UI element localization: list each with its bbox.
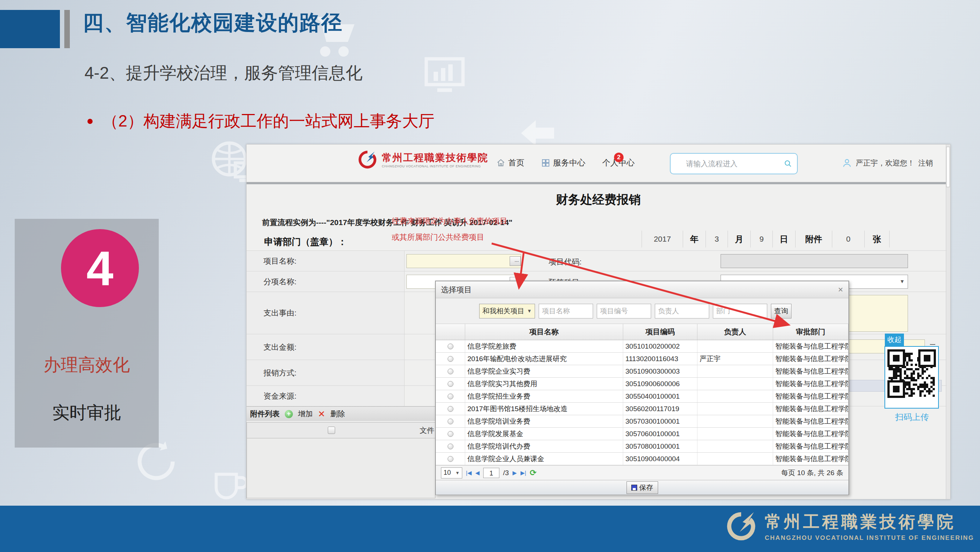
row-project-name: 信息学院差旅费 [465,340,623,352]
process-search-box[interactable] [670,153,798,174]
table-row: 信息学院发展基金30570600100001智能装备与信息工程学院 [436,428,848,440]
row-dept: 智能装备与信息工程学院 [773,403,848,415]
table-row: 信息学院培训业务费30570300100001智能装备与信息工程学院 [436,415,848,428]
prev-page-button[interactable]: ◀ [475,470,479,476]
notification-badge[interactable]: 2 [614,153,624,162]
project-name-input[interactable] [406,254,521,268]
chevron-down-icon: ▼ [455,471,460,475]
filter-scope-select[interactable]: 和我相关项目 ▼ [479,304,535,319]
row-radio-cell [436,440,465,452]
project-table-header: 项目名称 项目编码 负责人 审批部门 [436,324,848,340]
query-button[interactable]: 查询 [771,304,792,319]
filter-project-code-input[interactable] [597,304,651,319]
table-row: 信息学院企业实习费30510900300003智能装备与信息工程学院 [436,365,848,378]
footer-logo: 常州工程職業技術學院 CHANGZHOU VOCATIONAL INSTITUT… [724,509,974,543]
row-owner [697,390,773,402]
row-radio[interactable] [447,369,453,374]
search-icon[interactable] [784,158,792,169]
page-total-label: /3 [503,469,509,477]
row-project-code: 30550400100001 [623,390,697,402]
dept-column-header: 审批部门 [773,324,848,340]
row-project-code: 30510900600006 [623,378,697,390]
row-radio-cell [436,378,465,390]
row-radio[interactable] [447,394,453,399]
app-screenshot: 常州工程職業技術學院 CHANGZHOU VOCATIONAL INSTITUT… [246,144,951,499]
row-radio-cell [436,390,465,402]
nav-item-service-center[interactable]: 服务中心 [541,157,585,168]
first-page-button[interactable]: |◀ [466,470,471,476]
row-owner: 严正宇 [697,353,773,365]
table-row: 信息学院招生业务费30550400100001智能装备与信息工程学院 [436,390,848,403]
row-owner [697,453,773,465]
filter-dept-input[interactable] [713,304,767,319]
select-all-checkbox[interactable] [328,427,335,434]
row-owner [697,340,773,352]
nav-item-home[interactable]: 首页 [496,157,524,168]
row-radio-cell [436,403,465,415]
row-project-name: 信息学院培训代办费 [465,440,623,452]
annotation-line-1: 经费来源限定为办事人负责的项目 [392,216,508,226]
user-welcome: 严正宇，欢迎您！ [856,158,915,168]
row-radio[interactable] [447,418,453,424]
attachment-delete-button[interactable]: 删除 [330,409,345,419]
refresh-icon[interactable]: ⟳ [530,468,536,478]
slide-canvas: ♪ 四、智能化校园建设的路径 4-2、提升学校治理，服务管理信息化 （2）构建满… [0,0,980,552]
row-dept: 智能装备与信息工程学院 [773,390,848,402]
row-dept: 智能装备与信息工程学院 [773,415,848,428]
arrow-left-icon [517,118,558,148]
row-dept: 智能装备与信息工程学院 [773,378,848,390]
row-owner [697,403,773,415]
save-button[interactable]: 保存 [627,482,658,494]
cup-icon [210,464,250,504]
row-owner [697,365,773,377]
attachment-add-button[interactable]: 增加 [298,409,313,419]
row-project-code: 30560200117019 [623,403,697,415]
project-name-picker-button[interactable]: ... [510,256,521,266]
row-owner [697,428,773,440]
last-page-button[interactable]: ▶| [520,470,526,476]
add-icon[interactable]: + [285,410,293,418]
scrollbar-thumb[interactable] [946,147,950,187]
row-project-code: 30510100200002 [623,340,697,352]
row-radio[interactable] [447,431,453,437]
nav-home-label: 首页 [508,157,524,168]
search-input[interactable] [685,159,784,168]
qr-caption: 扫码上传 [877,412,947,423]
row-radio[interactable] [447,356,453,362]
page-size-select[interactable]: 10 ▼ [441,467,462,479]
row-dept: 智能装备与信息工程学院 [773,365,848,377]
filter-owner-input[interactable] [655,304,709,319]
page-title: 财务处经费报销 [247,191,950,208]
page-number-input[interactable]: 1 [483,468,500,478]
row-dept: 智能装备与信息工程学院 [773,453,848,465]
owner-column-header: 负责人 [697,324,773,340]
attachment-unit: 张 [865,231,889,247]
monitor-chart-icon [423,55,467,96]
delete-icon[interactable]: ✕ [318,409,325,419]
row-radio-cell [436,415,465,428]
next-page-button[interactable]: ▶ [512,470,517,476]
row-radio[interactable] [447,343,453,349]
project-code-label: 项目代码: [549,257,582,267]
footer-logo-text-cn: 常州工程職業技術學院 [765,511,974,533]
chevron-down-icon: ▼ [899,278,905,284]
row-radio[interactable] [447,406,453,412]
logout-link[interactable]: 注销 [918,158,933,168]
qr-collapse-button[interactable]: 收起 [885,333,904,346]
page-size-value: 10 [444,469,451,477]
close-icon[interactable]: ✕ [838,286,843,294]
footer-logo-text-en: CHANGZHOU VOCATIONAL INSTITUTE OF ENGINE… [765,534,974,542]
row-dept: 智能装备与信息工程学院 [773,440,848,452]
attachment-count: 0 [832,231,865,247]
attachment-list-title: 附件列表 [250,409,280,419]
save-icon [631,485,637,491]
row-radio[interactable] [447,456,453,462]
school-logo-icon [357,149,378,170]
expense-amount-label: 支出金额: [247,334,404,360]
slide-subtitle: 4-2、提升学校治理，服务管理信息化 [84,62,362,85]
step-number-circle: 4 [61,229,139,307]
row-radio[interactable] [447,444,453,449]
filter-project-name-input[interactable] [539,304,593,319]
chevron-down-icon: ▼ [527,308,532,314]
row-radio[interactable] [447,381,453,387]
